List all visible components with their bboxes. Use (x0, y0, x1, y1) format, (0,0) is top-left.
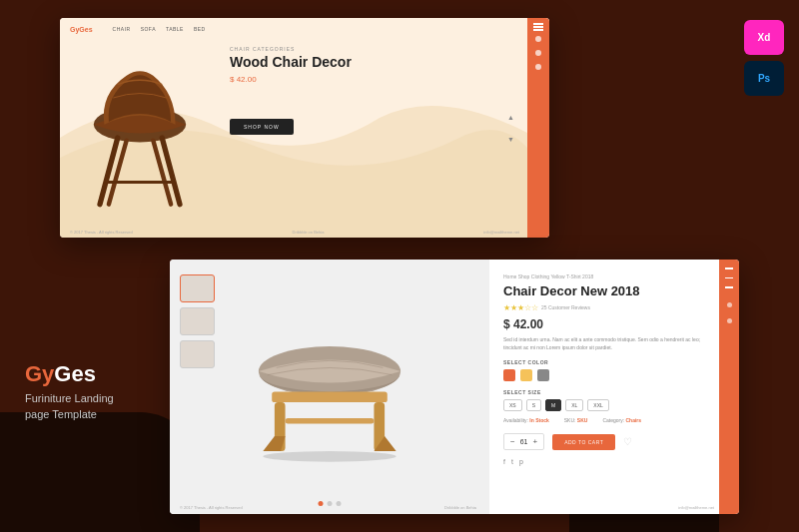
adobe-xd-icon: Xd (744, 20, 784, 55)
qty-decrease-button[interactable]: − (510, 437, 515, 446)
nav-table[interactable]: Table (166, 26, 184, 32)
svg-rect-10 (286, 418, 375, 423)
availability-stock: Availability: In Stock (503, 417, 549, 423)
cart-row: − 61 + Add to Cart ♡ (503, 433, 705, 450)
color-options (503, 369, 705, 381)
sidebar-search-icon[interactable] (727, 302, 732, 307)
detail-footer: © 2017 Thesis - All rights Reserved Drib… (180, 505, 714, 510)
thumb-3[interactable] (180, 340, 215, 368)
nav-chair[interactable]: Chair (113, 26, 131, 32)
main-screen-footer: © 2017 Thesis - All rights Reserved Drib… (70, 230, 519, 235)
detail-screen: Home Shop Clothing Yellow T-Shirt 2018 C… (170, 260, 739, 514)
hamburger-icon[interactable] (533, 26, 543, 28)
product-category: Chair Categories (230, 46, 519, 52)
qty-increase-button[interactable]: + (532, 437, 537, 446)
color-yellow[interactable] (520, 369, 532, 381)
twitter-icon[interactable]: t (511, 458, 513, 465)
size-xs[interactable]: XS (503, 399, 522, 411)
pinterest-icon[interactable]: p (519, 458, 523, 465)
main-screen: GyGes Chair Sofa Table Bed (60, 18, 549, 238)
size-label: Select Size (503, 389, 705, 395)
social-share-row: f t p (503, 458, 705, 465)
slide-arrows: ▲ ▼ (507, 114, 514, 143)
availability-category: Category: Chairs (602, 417, 641, 423)
footer-portfolio: Dribbble on Behia (293, 230, 325, 235)
footer-copyright: © 2017 Thesis - All rights Reserved (70, 230, 133, 235)
svg-line-3 (109, 141, 127, 205)
svg-line-4 (153, 141, 171, 205)
main-nav: GyGes Chair Sofa Table Bed (60, 18, 549, 40)
thumb-1[interactable] (180, 274, 215, 302)
sidebar-dot-2 (535, 50, 541, 56)
product-image-panel (170, 260, 489, 514)
product-content: Chair Categories Wood Chair Decor $ 42.0… (230, 46, 519, 135)
detail-product-title: Chair Decor New 2018 (503, 283, 705, 298)
detail-price: $ 42.00 (503, 317, 705, 331)
brand-subtitle: Furiniture Landing page Template (25, 391, 114, 422)
product-price: $ 42.00 (230, 75, 519, 84)
main-sidebar (527, 18, 549, 238)
detail-footer-email: info@mailtheme.net (678, 505, 714, 510)
thumb-2[interactable] (180, 307, 215, 335)
sidebar-dot-1 (535, 36, 541, 42)
branding-section: GyGes Furiniture Landing page Template (25, 361, 114, 422)
nav-sofa[interactable]: Sofa (141, 26, 156, 32)
breadcrumb: Home Shop Clothing Yellow T-Shirt 2018 (503, 273, 705, 279)
arrow-up-icon[interactable]: ▲ (507, 114, 514, 121)
size-m[interactable]: M (545, 399, 561, 411)
quantity-value: 61 (520, 438, 528, 445)
quantity-control: − 61 + (503, 433, 544, 450)
thumbnail-strip (180, 274, 215, 368)
nav-bed[interactable]: Bed (194, 26, 206, 32)
shop-now-button[interactable]: Shop Now (230, 119, 294, 135)
product-title: Wood Chair Decor (230, 54, 519, 71)
svg-line-2 (162, 138, 180, 205)
svg-point-11 (263, 451, 396, 462)
nav-links: Chair Sofa Table Bed (113, 26, 206, 32)
arrow-down-icon[interactable]: ▼ (507, 136, 514, 143)
size-xxl[interactable]: XXL (587, 399, 608, 411)
product-info-panel: Home Shop Clothing Yellow T-Shirt 2018 C… (489, 260, 719, 514)
svg-rect-7 (272, 391, 388, 402)
size-options: XS S M XL XXL (503, 399, 705, 411)
svg-line-1 (100, 138, 118, 205)
footer-email: info@mailtheme.net (483, 230, 519, 235)
color-label: Select Color (503, 359, 705, 365)
color-gray[interactable] (537, 369, 549, 381)
nav-logo: GyGes (70, 26, 93, 33)
product-description: Sed id interdum urna. Nam ac elit a ante… (503, 336, 705, 351)
sidebar-user-icon[interactable] (727, 318, 732, 323)
availability-sku: SKU: SKU (564, 417, 588, 423)
adobe-icons-panel: Xd Ps (744, 20, 784, 96)
facebook-icon[interactable]: f (503, 458, 505, 465)
detail-footer-portfolio: Dribbble on Behia (444, 505, 476, 510)
detail-footer-copyright: © 2017 Thesis - All rights Reserved (180, 505, 243, 510)
adobe-ps-icon: Ps (744, 61, 784, 96)
star-rating: ★★★☆☆ (503, 303, 538, 312)
brand-logo: GyGes (25, 361, 114, 387)
main-product-display (170, 260, 489, 514)
chair-product-image (70, 58, 220, 228)
color-orange[interactable] (503, 369, 515, 381)
sidebar-dot-3 (535, 64, 541, 70)
review-count: 25 Customer Reviews (541, 304, 590, 310)
sidebar-line-3 (725, 286, 733, 288)
wishlist-icon[interactable]: ♡ (623, 436, 632, 447)
sidebar-line-2 (725, 277, 733, 279)
sidebar-line-1 (725, 267, 733, 269)
size-s[interactable]: S (526, 399, 541, 411)
detail-sidebar (719, 260, 739, 514)
add-to-cart-button[interactable]: Add to Cart (552, 434, 615, 450)
size-xl[interactable]: XL (565, 399, 583, 411)
availability-row: Availability: In Stock SKU: SKU Category… (503, 417, 705, 423)
